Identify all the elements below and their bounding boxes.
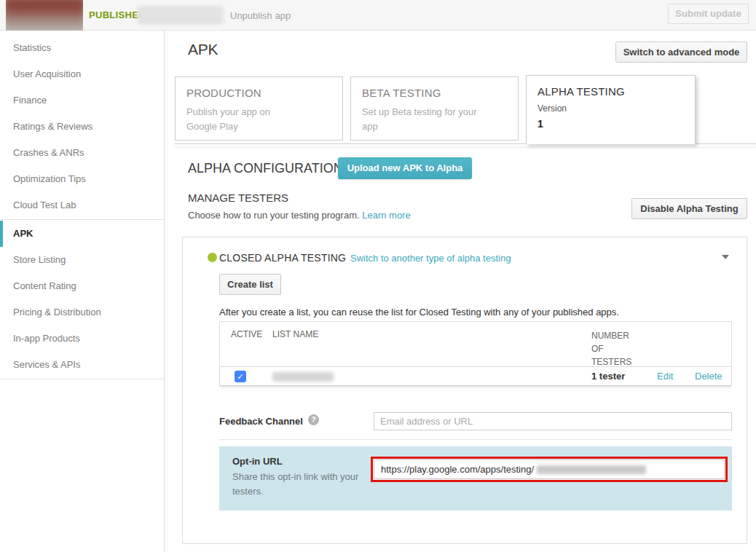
app-name-redacted: [138, 6, 224, 25]
manage-testers-description: Choose how to run your testing program. …: [188, 210, 411, 221]
sidebar-item-apk[interactable]: APK: [0, 221, 164, 247]
closed-alpha-title: CLOSED ALPHA TESTING: [219, 252, 346, 264]
switch-alpha-type-link[interactable]: Switch to another type of alpha testing: [350, 253, 511, 264]
closed-alpha-panel: CLOSED ALPHA TESTING Switch to another t…: [182, 237, 747, 544]
optin-url-description: Share this opt-in link with your testers…: [232, 470, 363, 499]
sidebar-item-pricing-distribution[interactable]: Pricing & Distribution: [0, 299, 164, 326]
sidebar-divider: [0, 379, 164, 379]
create-list-button[interactable]: Create list: [219, 274, 281, 295]
upload-apk-alpha-button[interactable]: Upload new APK to Alpha: [338, 157, 472, 179]
submit-update-button[interactable]: Submit update: [668, 4, 749, 24]
list-name-redacted: [272, 372, 334, 382]
disable-alpha-testing-button[interactable]: Disable Alpha Testing: [631, 198, 747, 219]
sidebar-item-finance[interactable]: Finance: [0, 87, 164, 114]
optin-url-section: Opt-in URL Share this opt-in link with y…: [219, 446, 732, 510]
testers-count: 1 tester: [591, 371, 625, 382]
sidebar-item-user-acquisition[interactable]: User Acquisition: [0, 61, 164, 87]
alpha-version-number: 1: [538, 118, 684, 130]
sidebar-item-statistics[interactable]: Statistics: [0, 35, 164, 61]
sidebar-item-content-rating[interactable]: Content Rating: [0, 273, 164, 299]
chevron-down-icon[interactable]: [722, 255, 729, 259]
red-annotation-highlight: https://play.google.com/apps/testing/: [371, 457, 728, 482]
table-row: ✓ 1 tester Edit Delete: [220, 367, 731, 386]
sidebar-item-crashes-anrs[interactable]: Crashes & ANRs: [0, 140, 164, 166]
switch-advanced-mode-button[interactable]: Switch to advanced mode: [615, 42, 747, 63]
delete-link[interactable]: Delete: [695, 371, 722, 382]
unpublish-app-link[interactable]: Unpublish app: [230, 10, 291, 21]
table-header-row: ACTIVE LIST NAME NUMBER OF TESTERS: [220, 322, 731, 367]
manage-testers-title: MANAGE TESTERS: [188, 192, 288, 204]
sidebar: Statistics User Acquisition Finance Rati…: [0, 31, 165, 552]
tester-lists-table: ACTIVE LIST NAME NUMBER OF TESTERS ✓ 1 t…: [219, 321, 732, 386]
sidebar-item-ratings-reviews[interactable]: Ratings & Reviews: [0, 114, 164, 140]
header-active: ACTIVE: [231, 329, 262, 339]
active-checkbox[interactable]: ✓: [235, 371, 246, 382]
page-title: APK: [188, 41, 218, 58]
tab-beta-testing[interactable]: BETA TESTING Set up Beta testing for you…: [350, 76, 519, 141]
optin-url-input[interactable]: https://play.google.com/apps/testing/: [374, 460, 725, 479]
sidebar-item-in-app-products[interactable]: In-app Products: [0, 326, 164, 352]
header-list-name: LIST NAME: [272, 329, 318, 339]
sidebar-item-store-listing[interactable]: Store Listing: [0, 247, 164, 273]
header-number-of-testers: NUMBER OF TESTERS: [591, 329, 637, 368]
optin-url-redacted: [537, 465, 646, 474]
alpha-configuration-title: ALPHA CONFIGURATION: [188, 161, 343, 176]
feedback-channel-label: Feedback Channel: [219, 416, 303, 427]
reuse-list-note: After you create a list, you can reuse t…: [219, 307, 619, 318]
tab-alpha-testing[interactable]: ALPHA TESTING Version 1: [526, 75, 696, 144]
optin-url-label: Opt-in URL: [232, 456, 283, 467]
play-console-app: PUBLISHED Unpublish app Submit update St…: [0, 0, 756, 552]
feedback-channel-input[interactable]: [374, 412, 732, 430]
learn-more-link[interactable]: Learn more: [362, 210, 410, 221]
tab-production[interactable]: PRODUCTION Publish your app on Google Pl…: [175, 76, 343, 141]
top-bar: PUBLISHED Unpublish app Submit update: [0, 0, 756, 31]
sidebar-divider: [0, 219, 164, 220]
active-status-dot-icon: [208, 253, 217, 262]
sidebar-item-services-apis[interactable]: Services & APIs: [0, 352, 164, 378]
section-divider: [219, 439, 732, 440]
app-icon-redacted: [6, 0, 83, 31]
edit-link[interactable]: Edit: [657, 371, 673, 382]
optin-url-text: https://play.google.com/apps/testing/: [381, 464, 534, 475]
sidebar-item-cloud-test-lab[interactable]: Cloud Test Lab: [0, 192, 164, 218]
sidebar-item-optimization-tips[interactable]: Optimization Tips: [0, 166, 164, 192]
help-icon[interactable]: ?: [308, 414, 319, 425]
